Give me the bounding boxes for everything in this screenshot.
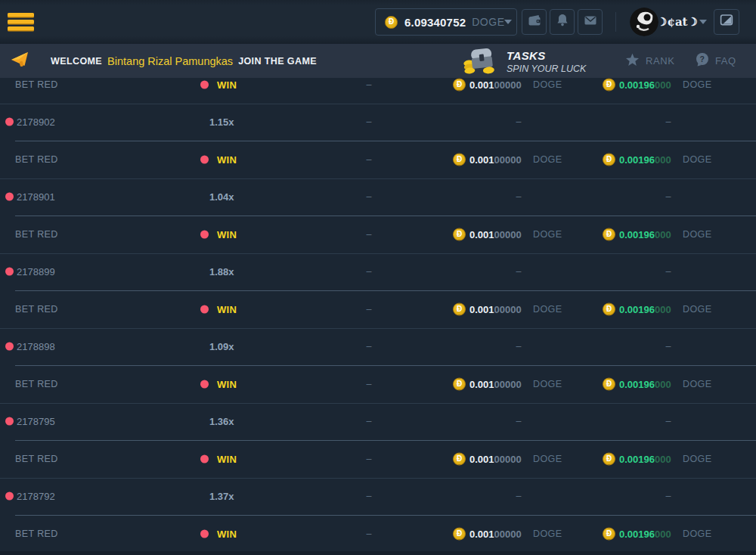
topbar-divider xyxy=(615,12,616,32)
doge-coin-icon: Ð xyxy=(453,377,466,390)
chance-placeholder: – xyxy=(355,266,383,277)
bet-amount: 0.00100000 xyxy=(469,528,522,539)
tasks-link[interactable]: TASKS SPIN YOUR LUCK xyxy=(463,45,586,78)
round-id-link[interactable]: 2178901 xyxy=(17,191,55,203)
bet-row: BET RED WIN – Ð 0.00100000 DOGE Ð 0.0019… xyxy=(0,515,756,553)
wallet-icon xyxy=(527,13,542,31)
user-menu-chevron-icon[interactable] xyxy=(699,20,707,24)
chance-placeholder: – xyxy=(355,191,383,202)
result-dot-icon xyxy=(200,305,209,313)
round-row: 2178792 1.37x – – – xyxy=(0,478,756,516)
result-dot-icon xyxy=(200,380,209,388)
rank-star-icon xyxy=(625,53,646,69)
profit-amount: 0.00196000 xyxy=(619,228,671,240)
username[interactable]: ☽¢at☽ xyxy=(657,0,698,44)
bet-type-label: BET RED xyxy=(15,379,58,389)
welcome-prefix: WELCOME xyxy=(51,56,102,67)
bet-amount: 0.00100000 xyxy=(469,153,522,165)
chance-value: – xyxy=(355,304,383,315)
chance-value: – xyxy=(355,454,383,464)
avatar[interactable] xyxy=(630,8,658,36)
doge-coin-icon: Ð xyxy=(453,153,466,166)
result-dot-icon xyxy=(200,230,209,238)
notifications-button[interactable] xyxy=(550,9,575,35)
doge-coin-icon: Ð xyxy=(603,78,615,91)
chance-value: – xyxy=(355,379,383,389)
bet-type-label: BET RED xyxy=(15,229,58,240)
bet-type-label: BET RED xyxy=(15,154,58,165)
payout-multiplier: 1.37x xyxy=(209,491,234,502)
chat-toggle-button[interactable] xyxy=(714,9,739,35)
bet-type-label: BET RED xyxy=(15,529,58,539)
profit-currency: DOGE xyxy=(683,379,711,389)
chance-value: – xyxy=(355,79,383,90)
profit-amount: 0.00196000 xyxy=(619,453,671,464)
app: Ð 6.09340752 DOGE ☽¢at☽ xyxy=(0,0,756,555)
balance-selector[interactable]: Ð 6.09340752 DOGE xyxy=(375,8,517,36)
round-id-link[interactable]: 2178898 xyxy=(17,341,55,352)
chance-placeholder: – xyxy=(355,341,383,352)
faq-link[interactable]: ? FAQ xyxy=(696,44,736,78)
bet-result: WIN xyxy=(217,528,237,539)
bet-row: BET RED WIN – Ð 0.00100000 DOGE Ð 0.0019… xyxy=(0,141,756,178)
welcome-suffix: JOIN THE GAME xyxy=(238,56,317,67)
rank-link[interactable]: RANK xyxy=(625,44,675,78)
messages-button[interactable] xyxy=(578,9,603,35)
round-row: 2178902 1.15x – – – xyxy=(0,104,756,141)
bet-row: BET RED WIN – Ð 0.00100000 DOGE Ð 0.0019… xyxy=(0,365,756,403)
bell-icon xyxy=(555,13,570,31)
bet-row: BET RED WIN – Ð 0.00100000 DOGE Ð 0.0019… xyxy=(0,440,756,478)
doge-coin-icon: Ð xyxy=(453,78,466,91)
bet-result: WIN xyxy=(217,303,237,315)
treasure-chest-icon xyxy=(463,45,507,79)
round-id-link[interactable]: 2178899 xyxy=(17,266,55,278)
profit-placeholder: – xyxy=(655,191,682,202)
round-row: 2178898 1.09x – – – xyxy=(0,328,756,366)
bet-amount: 0.00100000 xyxy=(469,378,522,389)
payout-multiplier: 1.04x xyxy=(209,191,234,203)
profit-currency: DOGE xyxy=(683,154,711,165)
round-id-link[interactable]: 2178792 xyxy=(17,491,55,502)
profit-currency: DOGE xyxy=(683,79,711,90)
round-row: 2178901 1.04x – – – xyxy=(0,178,756,216)
mail-icon xyxy=(583,13,598,31)
profit-placeholder: – xyxy=(655,116,682,127)
bet-row: BET RED WIN – Ð 0.00100000 DOGE Ð 0.0019… xyxy=(0,290,756,328)
bet-result: WIN xyxy=(217,378,237,389)
profit-placeholder: – xyxy=(655,491,682,501)
wallet-button[interactable] xyxy=(522,9,547,35)
bet-amount-currency: DOGE xyxy=(533,379,562,389)
doge-coin-icon: Ð xyxy=(603,153,615,166)
bet-result: WIN xyxy=(217,79,237,90)
round-result-dot-icon xyxy=(5,118,14,126)
round-id-link[interactable]: 2178902 xyxy=(17,116,55,128)
chance-placeholder: – xyxy=(355,491,383,501)
profit-amount: 0.00196000 xyxy=(619,79,671,90)
bet-placeholder: – xyxy=(505,191,532,202)
chance-value: – xyxy=(355,229,383,240)
doge-coin-icon: Ð xyxy=(603,302,615,315)
payout-multiplier: 1.15x xyxy=(209,116,234,128)
bet-amount: 0.00100000 xyxy=(469,303,522,315)
hamburger-menu-icon[interactable] xyxy=(8,10,35,34)
round-result-dot-icon xyxy=(5,492,14,501)
round-row: 2178795 1.36x – – – xyxy=(0,403,756,441)
result-dot-icon xyxy=(200,155,209,163)
payout-multiplier: 1.09x xyxy=(209,341,234,352)
doge-coin-icon: Ð xyxy=(453,527,466,540)
result-dot-icon xyxy=(200,80,209,88)
bet-amount: 0.00100000 xyxy=(469,79,522,90)
result-dot-icon xyxy=(200,454,209,463)
chance-placeholder: – xyxy=(355,416,383,426)
tasks-subtitle: SPIN YOUR LUCK xyxy=(507,64,586,74)
round-id-link[interactable]: 2178795 xyxy=(17,416,55,427)
bet-amount-currency: DOGE xyxy=(533,529,562,539)
profit-placeholder: – xyxy=(655,266,682,277)
profit-currency: DOGE xyxy=(683,454,711,464)
round-result-dot-icon xyxy=(5,193,14,201)
payout-multiplier: 1.36x xyxy=(209,416,234,427)
bet-amount-currency: DOGE xyxy=(533,154,562,165)
profit-placeholder: – xyxy=(655,341,682,352)
profit-currency: DOGE xyxy=(683,529,711,539)
chance-value: – xyxy=(355,529,383,539)
